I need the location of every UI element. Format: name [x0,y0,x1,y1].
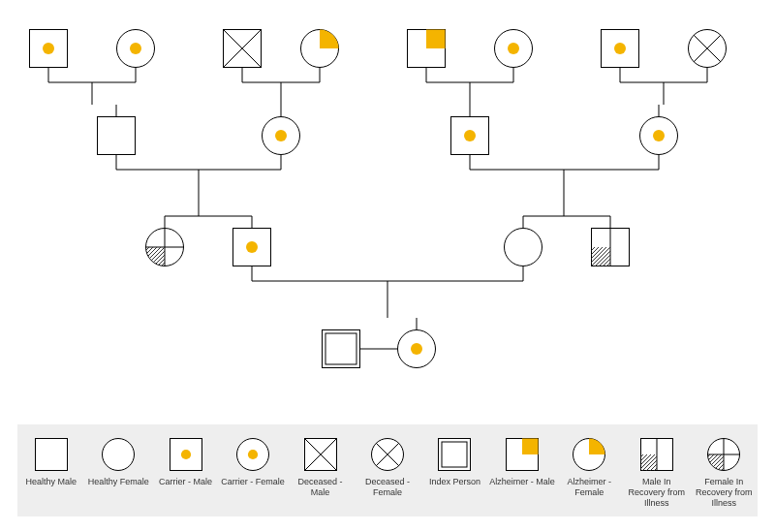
svg-rect-74 [326,333,356,364]
person-g2a_f [263,117,300,155]
person-g3a_s [146,229,184,266]
legend-label: Female In Recovery from Illness [691,477,757,509]
svg-point-41 [43,43,54,54]
svg-point-53 [614,43,626,54]
person-g4_f [398,330,436,368]
legend-index_person: Index Person [421,438,487,487]
legend-label: Deceased - Female [355,477,420,498]
legend-deceased_female: Deceased - Female [355,438,420,498]
svg-rect-72 [592,247,611,266]
svg-point-69 [505,229,542,266]
person-g1b_m [223,29,262,68]
legend-label: Healthy Female [88,477,149,487]
svg-point-43 [130,43,141,54]
svg-point-76 [411,343,422,355]
legend-recovery_female: Female In Recovery from Illness [691,438,757,509]
svg-point-51 [508,43,519,54]
person-g1c_f [495,30,533,68]
person-g1a_f [117,30,155,68]
person-g3b_s [592,229,630,266]
person-g1c_m [408,30,446,68]
legend-healthy_male: Healthy Male [18,438,84,487]
legend-alz_male: Alzheimer - Male [489,438,555,487]
legend-alz_female: Alzheimer - Female [556,438,622,498]
legend-label: Carrier - Female [221,477,285,487]
person-g1a_m [30,30,68,68]
svg-point-78 [103,439,135,471]
legend-label: Alzheimer - Female [556,477,622,498]
legend: Healthy MaleHealthy FemaleCarrier - Male… [17,424,758,516]
person-g2b_m [451,117,489,155]
person-g4_m [323,330,360,368]
person-g1d_f [689,30,727,68]
legend-carrier_male: Carrier - Male [153,438,219,487]
legend-label: Alzheimer - Male [489,477,555,487]
svg-rect-77 [35,439,67,471]
svg-point-63 [653,130,665,141]
svg-rect-92 [522,439,539,455]
person-g2b_f [640,117,678,155]
svg-point-59 [275,130,287,141]
svg-point-61 [464,130,476,141]
svg-rect-96 [640,454,657,471]
person-g3a_m [233,229,271,266]
person-g2a_m [98,117,136,155]
legend-healthy_female: Healthy Female [85,438,151,487]
svg-point-68 [246,241,258,253]
svg-rect-57 [98,117,136,155]
legend-label: Deceased - Male [288,477,354,498]
svg-rect-49 [426,30,446,49]
person-g3b_f [505,229,542,266]
svg-point-80 [181,450,191,459]
legend-label: Index Person [429,477,480,487]
svg-rect-90 [442,442,467,467]
legend-label: Male In Recovery from Illness [624,477,690,509]
legend-label: Carrier - Male [159,477,212,487]
legend-label: Healthy Male [25,477,77,487]
legend-deceased_male: Deceased - Male [288,438,354,498]
legend-carrier_female: Carrier - Female [220,438,286,487]
pedigree-tree [0,0,775,417]
person-g1d_m [602,30,639,68]
person-g1b_f [301,30,339,68]
legend-recovery_male: Male In Recovery from Illness [624,438,690,509]
svg-point-82 [248,450,258,459]
